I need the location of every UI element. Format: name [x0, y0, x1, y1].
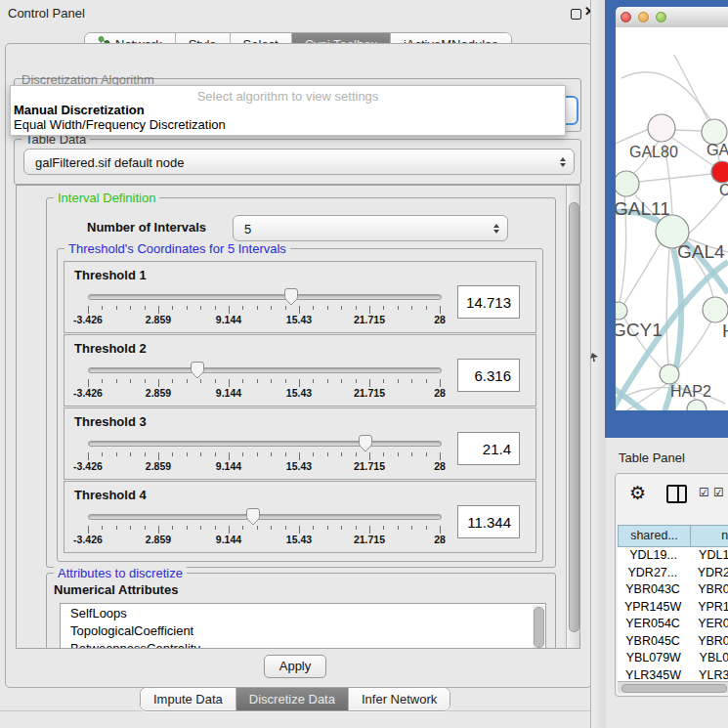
network-node-label: H	[722, 321, 728, 341]
slider-tick	[440, 306, 441, 314]
slider-thumb[interactable]	[283, 287, 299, 306]
float-window-icon[interactable]	[571, 9, 581, 20]
slider-tick	[313, 452, 314, 456]
slider-tick	[285, 306, 286, 310]
tick-label: 15.43	[270, 314, 328, 325]
numerical-attributes-list[interactable]: SelfLoopsTopologicalCoefficientBetweenne…	[60, 603, 546, 649]
slider-tick	[158, 452, 159, 460]
network-node[interactable]	[687, 400, 707, 410]
tick-label: 9.144	[199, 534, 258, 545]
scrollbar-thumb[interactable]	[569, 202, 579, 632]
network-edge	[674, 130, 703, 131]
settings-scroll-viewport: Interval Definition Number of Intervals …	[16, 185, 580, 649]
slider-tick	[341, 526, 342, 530]
apply-button[interactable]: Apply	[264, 655, 326, 678]
slider-tick	[215, 452, 216, 456]
table-horizontal-scrollbar[interactable]	[618, 681, 728, 693]
table-row[interactable]: YDL19...YDL1	[618, 547, 728, 565]
table-row[interactable]: YLR345WYLR3	[618, 667, 728, 682]
slider-tick	[383, 306, 384, 310]
split-view-icon[interactable]	[666, 485, 687, 503]
slider-tick	[229, 306, 230, 314]
threshold-value-field[interactable]: 21.4	[457, 432, 520, 465]
network-node-c[interactable]	[711, 161, 728, 183]
number-of-intervals-combo[interactable]: 5	[233, 215, 508, 241]
column-header-name[interactable]: name	[690, 525, 728, 547]
slider-tick	[116, 452, 117, 456]
table-data-combo[interactable]: galFiltered.sif default node	[23, 149, 575, 175]
slider-tick	[411, 306, 412, 310]
checkbox-icon[interactable]: ☑	[699, 486, 709, 499]
slider-tick	[313, 306, 314, 310]
list-item[interactable]: TopologicalCoefficient	[61, 621, 545, 639]
slider-tick	[116, 526, 117, 530]
slider-tick	[383, 379, 384, 383]
slider-tick	[383, 526, 384, 530]
popup-option-manual-discretization[interactable]: Manual Discretization	[14, 103, 145, 117]
slider-tick	[313, 379, 314, 383]
threshold-value-field[interactable]: 14.713	[457, 285, 520, 319]
column-header-shared[interactable]: shared...	[618, 525, 690, 547]
attributes-list-scrollbar[interactable]	[533, 605, 544, 648]
table-row[interactable]: YDR27...YDR2	[618, 565, 728, 582]
checkbox-icon[interactable]: ☑	[713, 486, 724, 499]
table-rows[interactable]: YDL19...YDL1YDR27...YDR2YBR043CYBR0YPR14…	[618, 547, 728, 681]
slider-tick	[440, 526, 441, 534]
slider-thumb[interactable]	[358, 434, 373, 452]
table-row[interactable]: YBL079WYBL0	[618, 650, 728, 667]
tab-infer-network[interactable]: Infer Network	[349, 688, 450, 710]
network-canvas[interactable]: GAL80GACGAL11GAL4GCY1HHAP2	[616, 27, 728, 410]
network-node-h[interactable]	[703, 297, 728, 322]
tab-impute-data[interactable]: Impute Data	[141, 688, 236, 710]
network-node-gcy1[interactable]	[616, 302, 627, 320]
list-item[interactable]: SelfLoops	[61, 604, 545, 621]
tab-discretize-data[interactable]: Discretize Data	[236, 688, 349, 710]
slider-tick	[341, 452, 342, 456]
slider-tick	[341, 379, 342, 383]
slider-tick	[130, 526, 131, 530]
slider-track[interactable]	[88, 367, 442, 373]
popup-option-equal-width-frequency[interactable]: Equal Width/Frequency Discretization	[14, 117, 226, 132]
slider-tick	[215, 526, 216, 530]
table-row[interactable]: YBR043CYBR0	[618, 581, 728, 599]
scrollbar-thumb[interactable]	[621, 684, 727, 693]
slider-thumb[interactable]	[190, 361, 205, 379]
table-row[interactable]: YBR045CYBR0	[618, 633, 728, 651]
network-node-label: GCY1	[616, 320, 663, 340]
slider-tick	[327, 526, 328, 530]
tick-label: 21.715	[340, 460, 399, 472]
threshold-value-field[interactable]: 6.316	[457, 359, 520, 392]
slider-thumb[interactable]	[245, 507, 261, 526]
network-window-titlebar[interactable]	[616, 7, 728, 28]
table-header[interactable]: shared...name	[618, 525, 728, 547]
network-node-hap2[interactable]	[660, 364, 679, 384]
network-node-gal80[interactable]	[648, 114, 675, 142]
zoom-traffic-light-icon[interactable]	[656, 12, 666, 22]
control-panel-title: Control Panel	[8, 6, 85, 21]
tick-label: 9.144	[199, 460, 258, 472]
network-node-gal11[interactable]	[616, 171, 639, 196]
tick-label: 9.144	[199, 314, 258, 325]
slider-track[interactable]	[88, 294, 442, 300]
slider-tick	[356, 452, 357, 456]
slider-tick	[187, 526, 188, 530]
close-traffic-light-icon[interactable]	[621, 12, 631, 22]
threshold-box: Threshold 2-3.4262.8599.14415.4321.71528…	[64, 334, 536, 407]
slider-track[interactable]	[88, 441, 442, 447]
list-item[interactable]: BetweennessCentrality	[61, 639, 545, 649]
minimize-traffic-light-icon[interactable]	[638, 12, 649, 22]
slider-tick	[383, 452, 384, 456]
cell-shared-name: YPR145W	[618, 599, 688, 617]
panel-divider[interactable]	[590, 0, 606, 728]
table-row[interactable]: YER054CYER0	[618, 616, 728, 633]
settings-vertical-scrollbar[interactable]	[566, 186, 579, 648]
slider-track[interactable]	[88, 514, 442, 520]
slider-tick	[356, 526, 357, 530]
slider-tick	[116, 379, 117, 383]
table-row[interactable]: YPR145WYPR1	[618, 599, 728, 617]
slider-tick	[271, 526, 272, 530]
threshold-label: Threshold 3	[74, 414, 147, 429]
threshold-value-field[interactable]: 11.344	[457, 505, 520, 538]
gear-icon[interactable]: ⚙	[629, 482, 646, 504]
slider-tick	[398, 379, 399, 383]
